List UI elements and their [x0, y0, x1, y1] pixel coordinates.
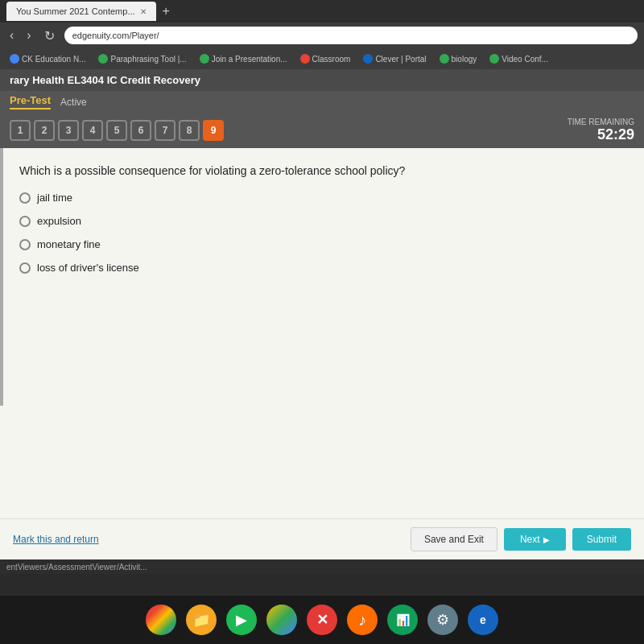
question-number-4[interactable]: 4 [82, 120, 103, 141]
question-numbers-bar: 1 2 3 4 5 6 7 8 9 TIME REMAINING 52:29 [0, 113, 644, 148]
course-title: rary Health EL3404 IC Credit Recovery [10, 74, 200, 86]
browser-chrome: You Summer 2021 Contemp... ✕ + ‹ › ↻ edg… [0, 0, 644, 69]
content-spacer [0, 406, 644, 518]
bookmark-classroom[interactable]: Classroom [295, 52, 356, 65]
bookmark-label: Video Conf... [502, 55, 548, 64]
taskbar-drive-icon[interactable] [266, 605, 297, 635]
question-number-6[interactable]: 6 [130, 120, 151, 141]
taskbar-files-icon[interactable]: 📁 [186, 605, 217, 635]
back-button[interactable]: ‹ [6, 28, 17, 43]
bookmark-icon [10, 54, 19, 64]
answer-label-c: monetary fine [37, 238, 101, 250]
active-tab[interactable]: You Summer 2021 Contemp... ✕ [6, 2, 156, 21]
save-exit-button[interactable]: Save and Exit [411, 527, 497, 551]
address-bar[interactable]: edgenuity.com/Player/ [64, 27, 638, 44]
answer-option-d[interactable]: loss of driver's license [19, 262, 628, 274]
pretest-bar: Pre-Test Active [0, 91, 644, 113]
bookmark-label: Classroom [312, 55, 351, 64]
radio-c[interactable] [19, 239, 31, 250]
forward-button[interactable]: › [23, 28, 34, 43]
bookmark-label: CK Education N... [22, 55, 85, 64]
bookmark-join-presentation[interactable]: Join a Presentation... [195, 52, 292, 65]
taskbar: 📁 ▶ ✕ ♪ 📊 ⚙ e [0, 596, 644, 644]
tab-close-icon[interactable]: ✕ [140, 7, 147, 16]
bookmark-icon [440, 54, 449, 64]
question-number-8[interactable]: 8 [179, 120, 200, 141]
bookmarks-bar: CK Education N... Paraphrasing Tool |...… [0, 48, 644, 69]
question-area: Which is a possible consequence for viol… [0, 148, 644, 406]
question-number-1[interactable]: 1 [10, 120, 31, 141]
tab-bar: You Summer 2021 Contemp... ✕ + [0, 0, 644, 23]
answer-label-b: expulsion [37, 215, 81, 227]
taskbar-settings-icon[interactable]: ⚙ [427, 605, 458, 635]
address-bar-row: ‹ › ↻ edgenuity.com/Player/ [0, 23, 644, 48]
bookmark-icon [98, 54, 108, 64]
bookmark-icon [200, 54, 209, 64]
question-number-9[interactable]: 9 [203, 120, 224, 141]
address-text: edgenuity.com/Player/ [72, 31, 159, 40]
bookmark-ck-education[interactable]: CK Education N... [5, 52, 90, 65]
radio-b[interactable] [19, 216, 31, 227]
new-tab-button[interactable]: + [163, 4, 170, 19]
bookmark-clever[interactable]: Clever | Portal [358, 52, 431, 65]
bookmark-label: biology [452, 55, 477, 64]
taskbar-edu-icon[interactable]: e [468, 605, 498, 635]
reload-button[interactable]: ↻ [41, 28, 58, 43]
timer-label: TIME REMAINING [568, 118, 634, 126]
answer-option-c[interactable]: monetary fine [19, 238, 628, 250]
radio-a[interactable] [19, 192, 31, 204]
question-number-3[interactable]: 3 [58, 120, 79, 141]
tab-title: You Summer 2021 Contemp... [16, 6, 135, 16]
question-text: Which is a possible consequence for viol… [19, 164, 628, 177]
submit-button[interactable]: Submit [572, 528, 631, 551]
bookmark-paraphrasing[interactable]: Paraphrasing Tool |... [93, 52, 191, 65]
status-label: Active [60, 97, 87, 108]
mark-return-link[interactable]: Mark this and return [13, 534, 99, 545]
taskbar-orange-icon[interactable]: ♪ [347, 605, 378, 635]
action-buttons: Save and Exit Next Submit [411, 527, 631, 551]
taskbar-chrome-icon[interactable] [146, 605, 176, 635]
pretest-label: Pre-Test [10, 94, 51, 109]
answer-label-a: jail time [37, 192, 72, 204]
answer-option-b[interactable]: expulsion [19, 215, 628, 227]
timer-value: 52:29 [568, 126, 634, 143]
bookmark-biology[interactable]: biology [435, 52, 482, 65]
question-number-5[interactable]: 5 [106, 120, 127, 141]
bookmark-icon [300, 54, 310, 64]
bookmark-video-conf[interactable]: Video Conf... [485, 52, 553, 65]
page-header: rary Health EL3404 IC Credit Recovery [0, 69, 644, 91]
action-bar: Mark this and return Save and Exit Next … [0, 518, 644, 559]
answer-label-d: loss of driver's license [37, 262, 139, 274]
taskbar-sheets-icon[interactable]: 📊 [387, 605, 418, 635]
answer-option-a[interactable]: jail time [19, 192, 628, 204]
next-button[interactable]: Next [504, 528, 566, 551]
question-number-7[interactable]: 7 [155, 120, 175, 141]
radio-d[interactable] [19, 262, 31, 274]
taskbar-play-icon[interactable]: ▶ [226, 605, 257, 635]
bookmark-label: Join a Presentation... [212, 55, 287, 64]
taskbar-x-icon[interactable]: ✕ [307, 605, 337, 635]
bookmark-label: Paraphrasing Tool |... [110, 55, 186, 64]
status-text: entViewers/AssessmentViewer/Activit... [6, 563, 147, 572]
question-number-2[interactable]: 2 [34, 120, 55, 141]
question-number-list: 1 2 3 4 5 6 7 8 9 [10, 120, 224, 141]
bookmark-icon [363, 54, 373, 64]
bookmark-icon [489, 54, 499, 64]
timer-area: TIME REMAINING 52:29 [568, 118, 634, 143]
bookmark-label: Clever | Portal [375, 55, 426, 64]
status-bar: entViewers/AssessmentViewer/Activit... [0, 559, 644, 574]
